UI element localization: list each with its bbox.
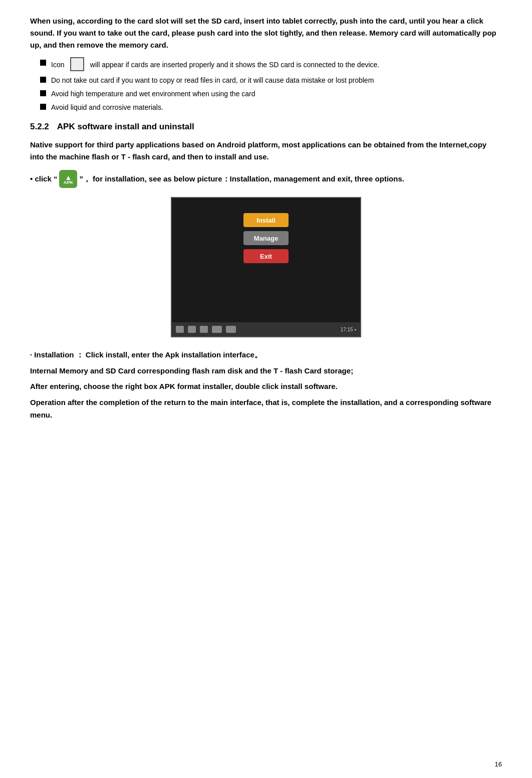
- screen-taskbar: 17:15 ▪: [172, 322, 360, 336]
- section-body: Native support for third party applicati…: [30, 139, 502, 163]
- list-item-2: Do not take out card if you want to copy…: [40, 75, 502, 86]
- section-number: 5.2.2: [30, 122, 49, 132]
- apk-installer-icon: [59, 170, 77, 188]
- page-number: 16: [495, 760, 502, 768]
- taskbar-time: 17:15 ▪: [341, 327, 356, 332]
- install-button-screenshot: Install: [243, 213, 289, 227]
- bullet-list: Icon will appear if cards are inserted p…: [40, 58, 502, 113]
- click-text-before: • click “: [30, 172, 57, 185]
- sd-card-icon: [70, 57, 84, 71]
- list-item-4: Avoid liquid and corrosive materials.: [40, 102, 502, 113]
- apk-installer-screenshot: Install Manage Exit 17:15 ▪: [171, 197, 361, 337]
- installation-heading: · Installation ： Click install, enter th…: [30, 348, 502, 361]
- taskbar-icon-4: [212, 326, 222, 333]
- section-title: APK software install and uninstall: [57, 122, 194, 132]
- bullet-icon-1: [40, 60, 46, 66]
- bullet-icon-3: [40, 90, 46, 96]
- list-item-3-text: Avoid high temperature and wet environme…: [51, 89, 255, 99]
- click-text-after: ”， for installation, see as below pictur…: [79, 172, 404, 185]
- list-item-1-text: will appear if cards are inserted proper…: [90, 61, 379, 69]
- installation-line-1: Internal Memory and SD Card correspondin…: [30, 364, 502, 377]
- taskbar-icon-3: [200, 326, 208, 333]
- screenshot-container: Install Manage Exit 17:15 ▪: [30, 197, 502, 337]
- click-instruction-line: • click “ ”， for installation, see as be…: [30, 170, 502, 188]
- list-item-1-icon-label: Icon will appear if cards are inserted p…: [51, 58, 379, 72]
- bullet-icon-2: [40, 77, 46, 83]
- taskbar-icon-1: [176, 326, 184, 333]
- intro-paragraph: When using, according to the card slot w…: [30, 15, 502, 51]
- bullet-icon-4: [40, 104, 46, 110]
- list-item-2-text: Do not take out card if you want to copy…: [51, 75, 374, 86]
- list-item-4-text: Avoid liquid and corrosive materials.: [51, 102, 163, 113]
- taskbar-icon-2: [188, 326, 196, 333]
- installation-line-2: After entering, choose the right box APK…: [30, 380, 502, 393]
- list-item-3: Avoid high temperature and wet environme…: [40, 89, 502, 99]
- taskbar-icon-5: [226, 326, 236, 333]
- list-item-1: Icon will appear if cards are inserted p…: [40, 58, 502, 72]
- exit-button-screenshot: Exit: [243, 249, 289, 263]
- installation-section: · Installation ： Click install, enter th…: [30, 348, 502, 422]
- installation-line-3: Operation after the completion of the re…: [30, 396, 502, 422]
- section-heading: 5.2.2 APK software install and uninstall: [30, 122, 502, 132]
- manage-button-screenshot: Manage: [243, 231, 289, 245]
- taskbar-icons-group: [176, 326, 236, 333]
